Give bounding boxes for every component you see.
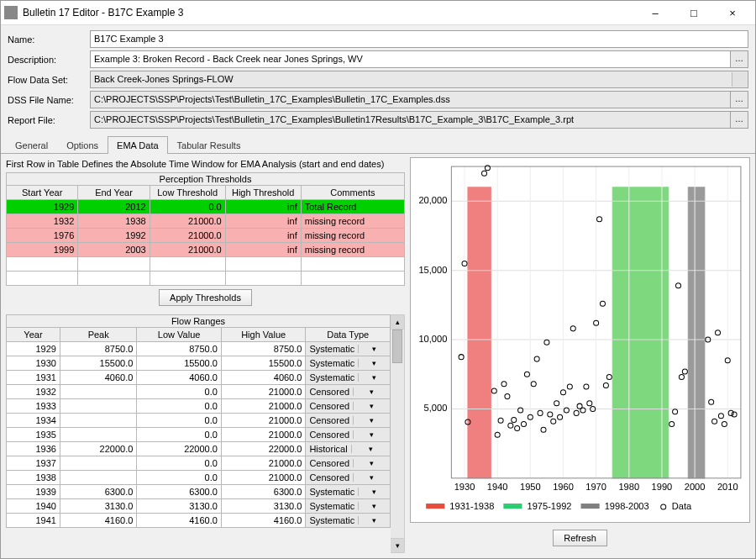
flowdataset-label: Flow Data Set: [8, 75, 90, 85]
perception-row[interactable]: 1976199221000.0infmissing record [7, 229, 405, 243]
svg-point-68 [600, 301, 605, 306]
col-low-value: Low Value [137, 328, 222, 342]
reportfile-input[interactable]: C:\PROJECTS\SSP\Projects\Test\Bulletin_1… [90, 111, 731, 129]
flow-row[interactable]: 19403130.03130.03130.0Systematic▾ [7, 499, 391, 514]
data-type-select[interactable]: Systematic▾ [306, 514, 390, 527]
title-bar: Bulletin 17 Editor - B17C Example 3 – □ … [1, 1, 755, 25]
scroll-down-button[interactable]: ▾ [391, 538, 404, 552]
col-year: Year [7, 328, 60, 342]
tab-options[interactable]: Options [57, 136, 108, 154]
svg-text:2010: 2010 [717, 482, 738, 492]
data-type-select[interactable]: Systematic▾ [306, 342, 390, 356]
data-type-select[interactable]: Systematic▾ [306, 499, 390, 513]
data-type-select[interactable]: Systematic▾ [306, 371, 390, 384]
flow-row[interactable]: 19350.021000.0Censored▾ [7, 428, 391, 442]
svg-point-80 [718, 414, 723, 419]
perception-row[interactable]: 192920120.0infTotal Record [7, 200, 405, 214]
svg-point-59 [570, 326, 575, 331]
perception-row[interactable]: 1932193821000.0infmissing record [7, 214, 405, 229]
svg-text:1990: 1990 [652, 482, 673, 492]
svg-point-33 [481, 171, 486, 176]
close-button[interactable]: × [713, 1, 752, 24]
refresh-button[interactable]: Refresh [553, 530, 607, 546]
perception-row[interactable]: 1999200321000.0infmissing record [7, 243, 405, 257]
data-type-select[interactable]: Censored▾ [306, 456, 390, 470]
svg-rect-89 [581, 504, 600, 509]
scroll-thumb[interactable] [392, 330, 402, 363]
flow-row[interactable]: 19370.021000.0Censored▾ [7, 456, 391, 471]
dssfile-browse-button[interactable]: … [730, 91, 748, 108]
flow-row[interactable]: 193622000.022000.022000.0Historical▾ [7, 442, 391, 456]
tab-tabular-results[interactable]: Tabular Results [168, 136, 250, 154]
data-type-select[interactable]: Censored▾ [306, 399, 390, 413]
svg-point-49 [538, 410, 543, 415]
svg-text:1970: 1970 [585, 482, 606, 492]
data-type-select[interactable]: Systematic▾ [306, 356, 390, 370]
flow-row[interactable]: 19314060.04060.04060.0Systematic▾ [7, 371, 391, 385]
description-input[interactable]: Example 3: Broken Record - Back Creek ne… [90, 50, 731, 68]
flow-row[interactable]: 19330.021000.0Censored▾ [7, 399, 391, 414]
perception-caption: Perception Thresholds [6, 172, 405, 185]
flowdataset-select[interactable]: Back Creek-Jones Springs-FLOW [90, 71, 748, 88]
perception-empty-row[interactable] [7, 272, 405, 286]
svg-text:1960: 1960 [553, 482, 574, 492]
flow-row[interactable]: 19298750.08750.08750.0Systematic▾ [7, 342, 391, 356]
svg-text:1980: 1980 [618, 482, 639, 492]
svg-point-54 [554, 401, 559, 406]
svg-rect-85 [426, 504, 444, 509]
svg-text:15,000: 15,000 [418, 265, 447, 275]
col-start-year: Start Year [7, 186, 78, 200]
svg-point-72 [673, 409, 678, 414]
flow-row[interactable]: 19396300.06300.06300.0Systematic▾ [7, 485, 391, 499]
svg-point-38 [501, 382, 507, 387]
svg-point-42 [515, 425, 520, 430]
svg-point-51 [544, 340, 549, 345]
app-icon [4, 6, 18, 19]
svg-point-53 [551, 419, 556, 424]
svg-point-44 [521, 422, 526, 427]
data-type-select[interactable]: Censored▾ [306, 414, 390, 427]
svg-text:2000: 2000 [685, 482, 706, 492]
svg-point-83 [728, 410, 733, 415]
svg-point-30 [459, 355, 464, 360]
minimize-button[interactable]: – [636, 1, 675, 24]
tab-general[interactable]: General [6, 136, 57, 154]
data-type-select[interactable]: Historical▾ [306, 442, 390, 456]
svg-text:1975-1992: 1975-1992 [528, 501, 572, 511]
reportfile-browse-button[interactable]: … [730, 111, 748, 129]
ema-hint: First Row in Table Defines the Absolute … [6, 159, 405, 169]
flow-row[interactable]: 19380.021000.0Censored▾ [7, 471, 391, 485]
col-high-value: High Value [221, 328, 306, 342]
data-type-select[interactable]: Censored▾ [306, 428, 390, 441]
description-more-button[interactable]: … [730, 50, 748, 68]
dssfile-input[interactable]: C:\PROJECTS\SSP\Projects\Test\Bulletin_1… [90, 91, 731, 108]
svg-point-50 [541, 427, 546, 432]
col-data-type: Data Type [306, 328, 391, 342]
name-input[interactable]: B17C Example 3 [90, 30, 748, 48]
data-type-select[interactable]: Censored▾ [306, 471, 390, 484]
maximize-button[interactable]: □ [675, 1, 713, 24]
svg-point-55 [558, 414, 563, 419]
svg-text:1950: 1950 [520, 482, 541, 492]
flow-row[interactable]: 19340.021000.0Censored▾ [7, 414, 391, 428]
data-type-select[interactable]: Censored▾ [306, 385, 390, 398]
scroll-up-button[interactable]: ▴ [391, 315, 404, 330]
apply-thresholds-button[interactable]: Apply Thresholds [159, 289, 252, 306]
col-peak: Peak [60, 328, 136, 342]
svg-point-75 [682, 369, 687, 374]
chart-area: 5,00010,00015,00020,00019301940195019601… [410, 157, 750, 523]
svg-point-37 [498, 418, 503, 423]
flow-row[interactable]: 19320.021000.0Censored▾ [7, 385, 391, 399]
flowranges-table[interactable]: Year Peak Low Value High Value Data Type… [6, 327, 391, 528]
data-type-select[interactable]: Systematic▾ [306, 485, 390, 498]
svg-rect-2 [688, 187, 705, 478]
svg-rect-87 [503, 504, 522, 509]
tab-ema-data[interactable]: EMA Data [108, 136, 168, 154]
svg-text:1998-2003: 1998-2003 [605, 501, 649, 511]
svg-text:Data: Data [672, 501, 692, 511]
flow-scrollbar[interactable]: ▴ ▾ [391, 314, 405, 553]
perception-table[interactable]: Start Year End Year Low Threshold High T… [6, 185, 405, 286]
flow-row[interactable]: 193015500.015500.015500.0Systematic▾ [7, 356, 391, 371]
perception-empty-row[interactable] [7, 257, 405, 272]
flow-row[interactable]: 19414160.04160.04160.0Systematic▾ [7, 514, 391, 528]
